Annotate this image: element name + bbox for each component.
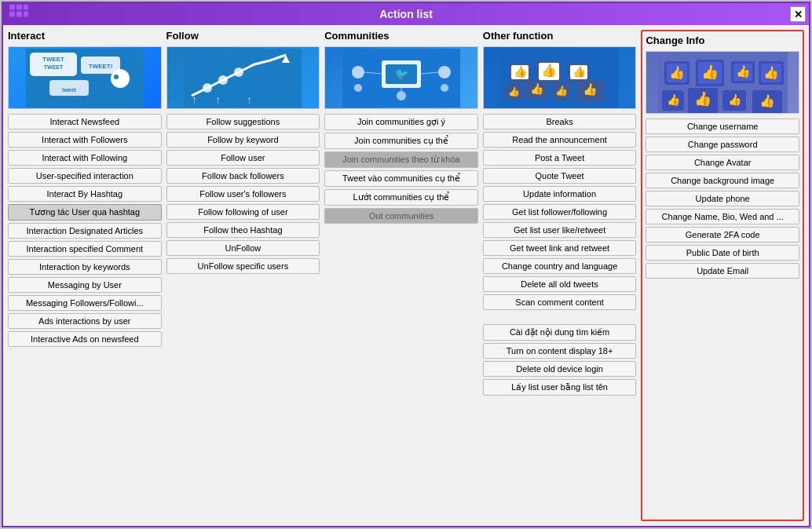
svg-text:👍: 👍 [572, 65, 586, 78]
column-changeinfo-image: 👍 👍 👍 👍 [646, 51, 799, 114]
btn-change-password[interactable]: Change password [646, 137, 799, 152]
svg-text:TWEET: TWEET [42, 56, 64, 63]
btn-out-communities[interactable]: Out communities [324, 208, 478, 224]
btn-scan-comment[interactable]: Scan comment content [483, 294, 637, 310]
btn-read-announcement[interactable]: Read the announcement [483, 132, 637, 148]
svg-text:👍: 👍 [555, 84, 569, 97]
column-other-image: 👍 👍 👍 👍 [483, 46, 637, 109]
column-changeinfo: Change Info 👍 👍 [641, 30, 804, 521]
svg-text:TWEET: TWEET [44, 64, 64, 70]
btn-delete-old-tweets[interactable]: Delete all old tweets [483, 276, 637, 292]
btn-content-display-18[interactable]: Turn on content display 18+ [483, 343, 637, 359]
btn-interaction-keywords[interactable]: Interaction by keywords [8, 259, 162, 275]
btn-follow-suggestions[interactable]: Follow suggestions [166, 114, 320, 130]
btn-update-phone[interactable]: Update phone [646, 191, 799, 206]
svg-rect-2 [24, 5, 28, 10]
btn-tuong-tac-user[interactable]: Tương tác User qua hashtag [8, 204, 162, 221]
svg-text:👍: 👍 [669, 65, 685, 80]
column-communities: Communities 🐦 [324, 30, 478, 521]
btn-delete-old-device[interactable]: Delete old device login [483, 361, 637, 377]
btn-get-list-like[interactable]: Get list user like/retweet [483, 222, 637, 238]
btn-join-cu-the[interactable]: Join communities cụ thể [324, 133, 478, 149]
btn-user-specified[interactable]: User-specified interaction [8, 168, 162, 184]
btn-follow-user[interactable]: Follow user [166, 150, 320, 166]
svg-point-19 [203, 83, 212, 93]
svg-text:👍: 👍 [507, 86, 519, 97]
svg-point-20 [218, 75, 228, 85]
btn-follow-hashtag[interactable]: Follow theo Hashtag [166, 222, 320, 238]
btn-messaging-followers[interactable]: Messaging Followers/Followi... [8, 295, 162, 311]
btn-interactive-ads[interactable]: Interactive Ads on newsfeed [8, 331, 162, 347]
column-interact-title: Interact [8, 30, 162, 42]
other-btn-list: Breaks Read the announcement Post a Twee… [483, 114, 637, 521]
svg-point-32 [441, 84, 448, 92]
svg-text:TWEET!: TWEET! [88, 63, 112, 70]
svg-rect-17 [184, 49, 302, 108]
svg-text:↑: ↑ [215, 93, 221, 106]
btn-generate-2fa[interactable]: Generate 2FA code [646, 227, 799, 243]
svg-text:👍: 👍 [735, 64, 750, 78]
btn-get-list-follower[interactable]: Get list follower/following [483, 204, 637, 220]
btn-interact-newsfeed[interactable]: Interact Newsfeed [8, 114, 162, 130]
btn-get-tweet-link[interactable]: Get tweet link and retweet [483, 240, 637, 256]
svg-text:👍: 👍 [529, 82, 543, 96]
btn-post-tweet[interactable]: Post a Tweet [483, 150, 637, 166]
svg-text:🐦: 🐦 [394, 67, 408, 81]
btn-change-background[interactable]: Change background image [646, 173, 799, 188]
title-bar: Action list ✕ [3, 3, 809, 25]
btn-change-name-bio[interactable]: Change Name, Bio, Wed and ... [646, 209, 799, 224]
svg-rect-1 [16, 5, 22, 10]
btn-change-username[interactable]: Change username [646, 119, 799, 134]
column-communities-title: Communities [324, 30, 478, 42]
btn-interact-followers[interactable]: Interact with Followers [8, 132, 162, 148]
btn-lay-list-user[interactable]: Lấy list user bằng list tên [483, 379, 637, 396]
btn-join-goi-y[interactable]: Join communities gợi ý [324, 114, 478, 130]
svg-text:↑: ↑ [247, 93, 252, 106]
btn-update-email[interactable]: Update Email [646, 263, 799, 279]
btn-join-tu-khoa[interactable]: Join communities theo từ khóa [324, 151, 478, 168]
column-changeinfo-title: Change Info [646, 35, 799, 46]
btn-interact-hashtag[interactable]: Interact By Hashtag [8, 186, 162, 202]
btn-cai-dat-noi-dung[interactable]: Cài đặt nội dung tìm kiếm [483, 324, 637, 341]
btn-tweet-communities[interactable]: Tweet vào communities cụ thể [324, 170, 478, 187]
btn-follow-followers[interactable]: Follow user's followers [166, 186, 320, 202]
svg-text:👍: 👍 [666, 93, 680, 107]
svg-rect-3 [9, 12, 15, 17]
btn-breaks[interactable]: Breaks [483, 114, 637, 130]
btn-interact-following[interactable]: Interact with Following [8, 150, 162, 166]
changeinfo-btn-list: Change username Change password Change A… [646, 119, 799, 516]
app-logo [9, 5, 28, 24]
btn-follow-following[interactable]: Follow following of user [166, 204, 320, 220]
btn-public-dob[interactable]: Public Date of birth [646, 245, 799, 261]
close-button[interactable]: ✕ [790, 6, 806, 22]
content-area: Interact TWEET TWEET TWEET! tweet [3, 25, 809, 526]
svg-rect-0 [9, 5, 15, 10]
svg-point-15 [111, 69, 130, 88]
btn-specified-comment[interactable]: Interaction specified Comment [8, 241, 162, 257]
btn-designated-articles[interactable]: Interaction Designated Articles [8, 223, 162, 239]
btn-update-information[interactable]: Update information [483, 186, 637, 202]
svg-text:👍: 👍 [694, 90, 712, 108]
window-title: Action list [379, 8, 433, 20]
svg-rect-4 [16, 12, 22, 17]
btn-follow-keyword[interactable]: Follow by keyword [166, 132, 320, 148]
btn-change-avatar[interactable]: Change Avatar [646, 155, 799, 170]
follow-btn-list: Follow suggestions Follow by keyword Fol… [166, 114, 320, 521]
svg-point-16 [114, 75, 119, 79]
column-other-title: Other function [483, 30, 637, 42]
svg-text:👍: 👍 [727, 93, 741, 107]
svg-point-29 [352, 66, 364, 78]
svg-rect-5 [24, 12, 28, 17]
btn-unfollow[interactable]: UnFollow [166, 240, 320, 256]
btn-change-country[interactable]: Change country and language [483, 258, 637, 274]
column-other: Other function 👍 👍 [483, 30, 637, 521]
btn-unfollow-specific[interactable]: UnFollow specific users [166, 258, 320, 274]
interact-btn-list: Interact Newsfeed Interact with Follower… [8, 114, 162, 521]
btn-quote-tweet[interactable]: Quote Tweet [483, 168, 637, 184]
btn-messaging-user[interactable]: Messaging by User [8, 277, 162, 293]
spacer [483, 312, 637, 322]
column-follow-title: Follow [166, 30, 320, 42]
btn-luot-communities[interactable]: Lướt communities cụ thể [324, 189, 478, 206]
btn-ads-interactions[interactable]: Ads interactions by user [8, 313, 162, 329]
btn-follow-back[interactable]: Follow back followers [166, 168, 320, 184]
